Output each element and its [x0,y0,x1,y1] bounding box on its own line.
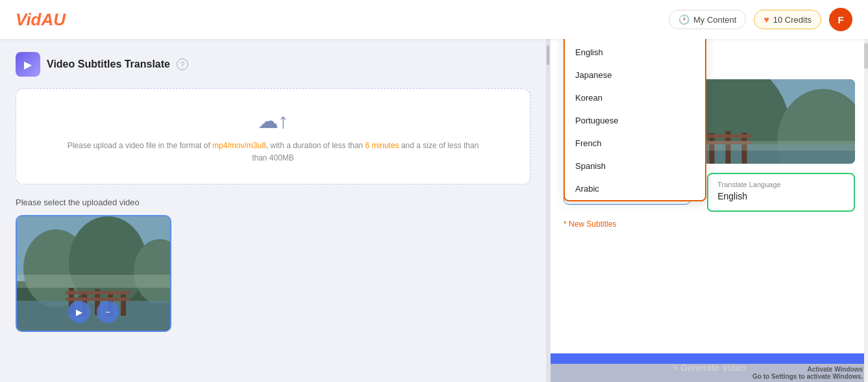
credits-button[interactable]: ♥ 10 Credits [754,10,821,29]
right-panel: Attributes and operations Selected video [550,39,868,382]
logo: VidAU [16,10,66,30]
remove-button[interactable]: − [97,301,119,323]
right-content: Attributes and operations Selected video [551,39,868,353]
subtitles-icon: ▶ [24,58,32,71]
activate-subtitle: Go to Settings to activate Windows. [752,373,863,380]
language-dropdown-popup: Chinese English Japanese Korean Portugue… [564,39,706,201]
language-option-korean[interactable]: Korean [565,86,705,109]
tool-title: Video Subtitles Translate [47,58,170,70]
language-option-french[interactable]: French [565,132,705,155]
language-option-portuguese[interactable]: Portuguese [565,109,705,132]
svg-rect-11 [66,291,130,294]
help-icon[interactable]: ? [177,58,188,70]
language-option-japanese[interactable]: Japanese [565,64,705,86]
header-right: 🕐 My Content ♥ 10 Credits F [669,8,852,31]
upload-area[interactable]: ☁↑ Please upload a video file in the for… [16,88,530,185]
right-scrollbar-thumb[interactable] [864,43,868,69]
tool-header: ▶ Video Subtitles Translate ? [16,52,530,77]
avatar-initial: F [837,14,843,25]
new-subtitles-label: * New Subtitles [564,220,855,229]
logo-text: VidAU [16,10,66,29]
main-layout: ▶ Video Subtitles Translate ? ☁↑ Please … [0,39,868,382]
avatar[interactable]: F [829,8,852,31]
upload-description: Please upload a video file in the format… [29,140,517,164]
activate-windows-overlay: Activate Windows Go to Settings to activ… [551,364,868,382]
activate-title: Activate Windows [808,366,863,373]
scrollbar-thumb[interactable] [547,45,549,65]
header: VidAU 🕐 My Content ♥ 10 Credits F [0,0,868,39]
tool-icon: ▶ [16,52,40,77]
translate-language-value: English [717,191,845,201]
play-button[interactable]: ▶ [68,301,90,323]
upload-cloud-icon: ☁↑ [29,108,517,133]
my-content-label: My Content [693,15,736,25]
clock-icon: 🕐 [678,14,689,25]
video-controls: ▶ − [68,301,119,323]
svg-rect-13 [17,275,171,288]
heart-icon: ♥ [763,14,769,25]
language-option-arabic[interactable]: Arabic [565,177,705,200]
svg-rect-10 [121,291,126,316]
language-row: Original Language * Select ▾ Chinese Eng… [564,173,855,212]
credits-label: 10 Credits [773,15,812,25]
language-option-spanish[interactable]: Spanish [565,155,705,177]
original-language-container: Original Language * Select ▾ Chinese Eng… [564,173,691,205]
translate-language-label: Translate Language [717,181,845,188]
right-scrollbar-track [864,39,868,382]
video-section-label: Please select the uploaded video [16,197,530,207]
generate-video-button[interactable]: + Generate video Activate Windows Go to … [551,353,868,382]
my-content-button[interactable]: 🕐 My Content [669,10,746,29]
left-panel: ▶ Video Subtitles Translate ? ☁↑ Please … [0,39,546,382]
translate-language-box: Translate Language English [707,173,855,212]
video-thumbnail[interactable]: ▶ − [16,215,171,332]
language-option-english[interactable]: English [565,41,705,64]
